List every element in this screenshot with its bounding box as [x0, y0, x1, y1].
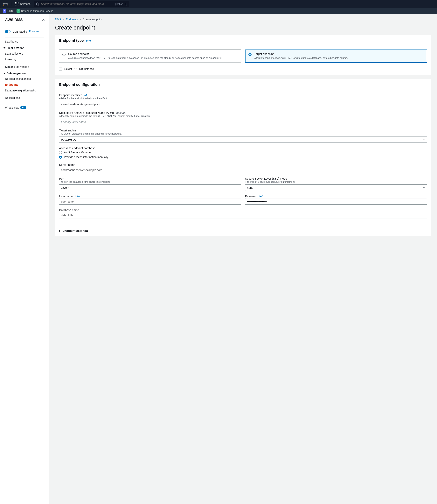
- search-icon: [36, 2, 39, 5]
- svc-dms[interactable]: ≡ Database Migration Service: [17, 9, 53, 13]
- radio-card-source-endpoint[interactable]: Source endpoint A source endpoint allows…: [59, 49, 241, 63]
- nav-group-data-migration[interactable]: Data migration: [3, 70, 46, 76]
- service-favorites-bar: ❖ RDS ≡ Database Migration Service: [0, 8, 437, 14]
- crumb-current: Create endpoint: [83, 18, 102, 21]
- dms-studio-toggle[interactable]: [5, 30, 10, 33]
- page-title: Create endpoint: [55, 24, 431, 31]
- endpoint-type-heading: Endpoint type: [59, 38, 84, 43]
- nav-whats-new[interactable]: What's new 13: [3, 104, 46, 111]
- ssl-mode-select[interactable]: none: [245, 184, 427, 191]
- endpoint-id-help: A label for the endpoint to help you ide…: [59, 97, 427, 100]
- endpoint-id-label: Endpoint identifier: [59, 94, 82, 97]
- port-label: Port: [59, 177, 64, 180]
- main-content: DMS › Endpoints › Create endpoint Create…: [49, 14, 437, 504]
- search-input[interactable]: [41, 2, 113, 5]
- endpoint-identifier-input[interactable]: [59, 101, 427, 107]
- endpoint-settings-toggle[interactable]: Endpoint settings: [55, 226, 431, 236]
- rds-icon: ❖: [3, 9, 6, 13]
- username-input[interactable]: [59, 198, 241, 205]
- nav-dashboard[interactable]: Dashboard: [3, 39, 46, 45]
- database-name-label: Database name: [59, 209, 79, 212]
- nav-schema-conversion[interactable]: Schema conversion: [3, 64, 46, 70]
- checkbox-icon: [59, 67, 62, 70]
- access-label: Access to endpoint database: [59, 147, 95, 150]
- target-engine-select[interactable]: PostgreSQL: [59, 136, 427, 143]
- preview-link[interactable]: Preview: [29, 30, 39, 33]
- radio-card-target-endpoint[interactable]: Target endpoint A target endpoint allows…: [245, 49, 427, 63]
- nav-db-migration-tasks[interactable]: Database migration tasks: [3, 87, 46, 93]
- endpoint-type-info-link[interactable]: Info: [86, 39, 91, 42]
- target-engine-label: Target engine: [59, 129, 76, 132]
- expandable-endpoint-settings: Endpoint settings: [55, 226, 431, 236]
- endpoint-id-info-link[interactable]: Info: [84, 94, 89, 97]
- ssl-mode-label: Secure Socket Layer (SSL) mode: [245, 177, 287, 180]
- global-search[interactable]: [Option+S]: [34, 1, 129, 7]
- radio-icon: [59, 151, 62, 154]
- side-navigation: AWS DMS ✕ DMS Studio Preview Dashboard F…: [0, 14, 49, 504]
- grid-icon: [15, 2, 19, 5]
- radio-icon: [248, 53, 252, 56]
- chevron-right-icon: ›: [63, 18, 64, 21]
- endpoint-config-heading: Endpoint configuration: [59, 83, 100, 87]
- arn-label: Descriptive Amazon Resource Name (ARN) -: [59, 111, 116, 114]
- aws-logo[interactable]: aws: [3, 2, 8, 6]
- chevron-down-icon: [3, 73, 5, 74]
- arn-optional: optional: [116, 111, 126, 114]
- database-name-input[interactable]: [59, 212, 427, 219]
- username-label: User name: [59, 195, 73, 198]
- nav-inventory[interactable]: Inventory: [3, 57, 46, 62]
- close-icon[interactable]: ✕: [42, 18, 45, 22]
- radio-icon: [62, 53, 66, 56]
- whats-new-badge: 13: [20, 106, 26, 109]
- nav-replication-instances[interactable]: Replication instances: [3, 76, 46, 82]
- search-shortcut: [Option+S]: [115, 2, 127, 5]
- server-name-label: Server name: [59, 163, 75, 166]
- panel-endpoint-configuration: Endpoint configuration Endpoint identifi…: [55, 79, 431, 236]
- global-top-bar: aws Services [Option+S]: [0, 0, 437, 8]
- svc-rds[interactable]: ❖ RDS: [3, 9, 13, 13]
- dms-icon: ≡: [17, 9, 20, 13]
- password-input[interactable]: [245, 198, 427, 205]
- crumb-dms[interactable]: DMS: [55, 18, 61, 21]
- dms-studio-label: DMS Studio: [12, 30, 27, 33]
- crumb-endpoints[interactable]: Endpoints: [66, 18, 78, 21]
- services-menu[interactable]: Services: [15, 2, 30, 5]
- port-input[interactable]: [59, 184, 241, 191]
- arn-input[interactable]: [59, 119, 427, 125]
- nav-group-fleet-advisor[interactable]: Fleet Advisor: [3, 45, 46, 51]
- username-info-link[interactable]: Info: [75, 195, 80, 198]
- nav-endpoints[interactable]: Endpoints: [3, 82, 46, 87]
- checkbox-select-rds-instance[interactable]: Select RDS DB instance: [59, 67, 427, 71]
- nav-data-collectors[interactable]: Data collectors: [3, 51, 46, 57]
- ssl-mode-help: The type of Secure Socket Layer enforcem…: [245, 181, 427, 183]
- service-name: AWS DMS: [5, 18, 23, 22]
- panel-endpoint-type: Endpoint type Info Source endpoint A sou…: [55, 35, 431, 75]
- password-info-link[interactable]: Info: [259, 195, 264, 198]
- breadcrumb: DMS › Endpoints › Create endpoint: [55, 18, 431, 21]
- chevron-right-icon: ›: [80, 18, 81, 21]
- server-name-input[interactable]: [59, 167, 427, 173]
- port-help: The port the database runs on for this e…: [59, 181, 241, 183]
- chevron-right-icon: [59, 230, 60, 232]
- chevron-down-icon: [3, 47, 5, 48]
- radio-icon: [59, 156, 62, 159]
- password-label: Password: [245, 195, 258, 198]
- target-engine-help: The type of database engine this endpoin…: [59, 133, 427, 135]
- arn-help: A friendly name to override the default …: [59, 115, 427, 117]
- nav-notifications[interactable]: Notifications: [3, 95, 46, 101]
- radio-access-secrets[interactable]: AWS Secrets Manager: [59, 150, 427, 155]
- radio-access-manual[interactable]: Provide access information manually: [59, 155, 427, 159]
